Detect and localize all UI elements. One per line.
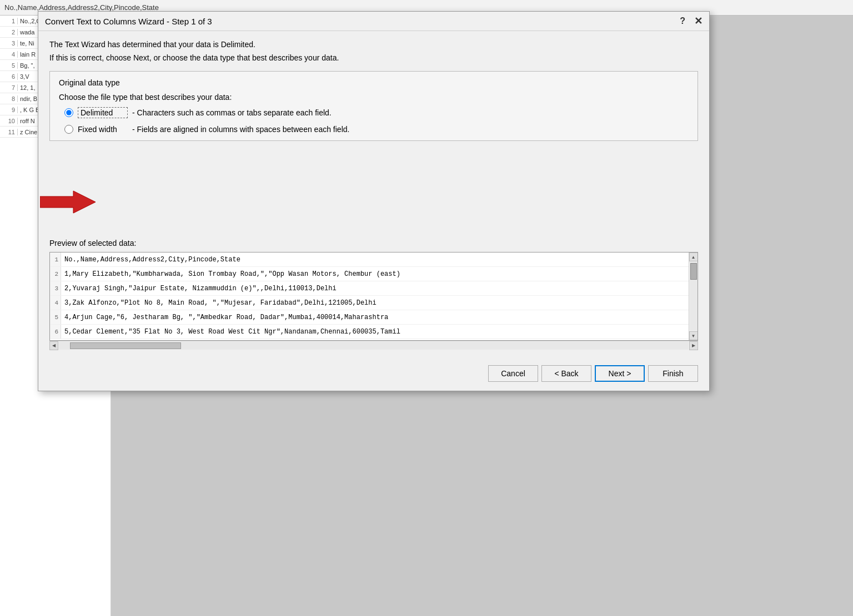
radio-fixed[interactable] (64, 125, 73, 134)
back-button[interactable]: < Back (541, 365, 591, 382)
radio-row-delimited: Delimited - Characters such as commas or… (64, 107, 689, 118)
formula-content: No.,Name,Address,Address2,City,Pincode,S… (4, 3, 159, 12)
preview-row-text: 3,Zak Alfonzo,"Plot No 8, Main Road, ","… (61, 299, 380, 307)
preview-row: 32,Yuvaraj Singh,"Jaipur Estate, Nizammu… (50, 281, 689, 296)
dialog-title: Convert Text to Columns Wizard - Step 1 … (45, 17, 212, 26)
titlebar-actions: ? ✕ (680, 16, 703, 26)
preview-row-num: 1 (50, 253, 61, 266)
preview-row: 1No.,Name,Address,Address2,City,Pincode,… (50, 253, 689, 267)
empty-area (49, 150, 698, 228)
radio-fixed-desc: - Fields are aligned in columns with spa… (132, 125, 349, 134)
section-title: Original data type (59, 78, 689, 87)
intro-text-2: If this is correct, choose Next, or choo… (49, 53, 698, 62)
intro-text-1: The Text Wizard has determined that your… (49, 40, 698, 49)
scroll-thumb-v[interactable] (690, 263, 697, 280)
scroll-up-arrow[interactable]: ▲ (689, 253, 698, 261)
cancel-button[interactable]: Cancel (488, 365, 538, 382)
radio-row-fixed: Fixed width - Fields are aligned in colu… (64, 125, 689, 134)
dialog-body: The Text Wizard has determined that your… (38, 31, 709, 359)
finish-button[interactable]: Finish (648, 365, 698, 382)
preview-scrollbar-v[interactable]: ▲ ▼ (689, 253, 698, 340)
help-button[interactable]: ? (680, 16, 685, 26)
scroll-left-arrow[interactable]: ◀ (49, 341, 58, 350)
section-subtitle: Choose the file type that best describes… (59, 93, 689, 102)
wizard-dialog: Convert Text to Columns Wizard - Step 1 … (38, 11, 710, 391)
preview-title: Preview of selected data: (49, 239, 698, 248)
preview-row-text: 5,Cedar Clement,"35 Flat No 3, West Road… (61, 328, 404, 336)
scroll-track-v[interactable] (690, 262, 698, 331)
preview-row-num: 4 (50, 296, 61, 310)
dialog-titlebar: Convert Text to Columns Wizard - Step 1 … (38, 12, 709, 31)
preview-row-text: 1,Mary Elizabeth,"Kumbharwada, Sion Trom… (61, 270, 404, 278)
radio-delimited-label[interactable]: Delimited (78, 107, 128, 118)
radio-delimited-desc: - Characters such as commas or tabs sepa… (132, 108, 332, 117)
preview-row-num: 3 (50, 281, 61, 295)
close-button[interactable]: ✕ (694, 16, 703, 26)
preview-box: 1No.,Name,Address,Address2,City,Pincode,… (49, 252, 698, 341)
preview-row: 54,Arjun Cage,"6, Jestharam Bg, ","Ambed… (50, 310, 689, 325)
preview-content: 1No.,Name,Address,Address2,City,Pincode,… (50, 253, 689, 340)
preview-row-num: 5 (50, 310, 61, 324)
radio-delimited[interactable] (64, 108, 73, 117)
preview-section: Preview of selected data: 1No.,Name,Addr… (49, 239, 698, 350)
scroll-down-arrow[interactable]: ▼ (689, 331, 698, 340)
preview-row-num: 6 (50, 325, 61, 339)
scroll-track-h[interactable] (59, 342, 689, 350)
next-button[interactable]: Next > (595, 365, 645, 382)
preview-row-num: 2 (50, 267, 61, 281)
preview-row-text: 4,Arjun Cage,"6, Jestharam Bg, ","Ambedk… (61, 314, 392, 321)
preview-row: 21,Mary Elizabeth,"Kumbharwada, Sion Tro… (50, 267, 689, 281)
dialog-footer: Cancel < Back Next > Finish (38, 359, 709, 391)
radio-group: Delimited - Characters such as commas or… (59, 107, 689, 134)
scroll-right-arrow[interactable]: ▶ (689, 341, 698, 350)
preview-row: 65,Cedar Clement,"35 Flat No 3, West Roa… (50, 325, 689, 339)
preview-row: 43,Zak Alfonzo,"Plot No 8, Main Road, ",… (50, 296, 689, 310)
preview-row-text: No.,Name,Address,Address2,City,Pincode,S… (61, 256, 244, 264)
data-type-section: Original data type Choose the file type … (49, 71, 698, 141)
preview-scrollbar-h[interactable]: ◀ ▶ (49, 341, 698, 350)
scroll-thumb-h[interactable] (70, 342, 181, 349)
preview-row-text: 2,Yuvaraj Singh,"Jaipur Estate, Nizammud… (61, 285, 340, 292)
radio-fixed-label[interactable]: Fixed width (78, 125, 128, 134)
